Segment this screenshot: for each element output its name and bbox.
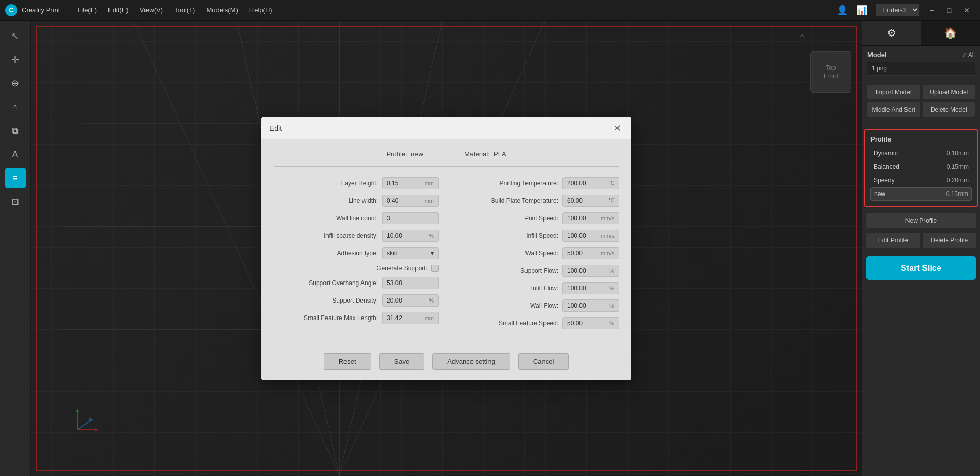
field-input-bed-temp[interactable]: 60.00 ℃ bbox=[562, 195, 619, 207]
field-input-line-width[interactable]: 0.40 mm bbox=[382, 195, 439, 207]
field-label-print-temp: Printing Temperature: bbox=[486, 180, 558, 187]
model-all-check: ✓ All bbox=[961, 51, 975, 59]
modal-close-button[interactable]: ✕ bbox=[611, 122, 623, 134]
model-section: Model ✓ All 1.png bbox=[862, 46, 980, 85]
field-input-support-density[interactable]: 20.00 % bbox=[382, 294, 439, 307]
model-section-header: Model ✓ All bbox=[867, 51, 975, 59]
profile-icon[interactable]: 👤 bbox=[837, 5, 848, 16]
toolbar-select[interactable]: ↖ bbox=[5, 26, 26, 46]
toolbar-text[interactable]: A bbox=[5, 144, 26, 165]
profile-section: Profile Dynamic 0.10mm Balanced 0.15mm S… bbox=[864, 129, 978, 207]
save-button[interactable]: Save bbox=[379, 353, 425, 370]
field-input-small-feature-max[interactable]: 31.42 mm bbox=[382, 312, 439, 324]
field-infill-density: Infill sparse density: 10.00 % bbox=[274, 230, 439, 242]
field-generate-support: Generate Support: bbox=[274, 265, 439, 272]
profile-label: Profile: new bbox=[386, 150, 423, 158]
toolbar-copy[interactable]: ⧉ bbox=[5, 120, 26, 141]
printer-selector[interactable]: Ender-3 bbox=[876, 4, 919, 16]
field-support-overhang: Support Overhang Angle: 53.00 ° bbox=[274, 277, 439, 289]
field-input-infill-speed[interactable]: 100.00 mm/s bbox=[562, 230, 619, 242]
field-label-generate-support: Generate Support: bbox=[355, 265, 427, 272]
window-controls: − □ ✕ bbox=[923, 3, 975, 17]
toolbar-home[interactable]: ⌂ bbox=[5, 97, 26, 117]
titlebar: C Creality Print File(F) Edit(E) View(V)… bbox=[0, 0, 980, 21]
tab-settings[interactable]: ⚙ bbox=[862, 21, 921, 45]
reset-button[interactable]: Reset bbox=[324, 353, 371, 370]
edit-profile-button[interactable]: Edit Profile bbox=[866, 233, 920, 248]
field-label-layer-height: Layer Height: bbox=[306, 180, 378, 187]
field-input-wall-flow[interactable]: 100.00 % bbox=[562, 299, 619, 312]
cancel-button[interactable]: Cancel bbox=[518, 353, 569, 370]
viewport-bg: Top Front ⌂ Edit ✕ bbox=[31, 21, 862, 476]
delete-profile-button[interactable]: Delete Profile bbox=[923, 233, 976, 248]
profile-edit-delete-buttons: Edit Profile Delete Profile bbox=[862, 233, 980, 252]
menu-edit[interactable]: Edit(E) bbox=[103, 4, 134, 16]
menu-file[interactable]: File(F) bbox=[72, 4, 102, 16]
menu-models[interactable]: Models(M) bbox=[201, 4, 243, 16]
field-label-support-density: Support Density: bbox=[306, 297, 378, 304]
profile-item-balanced[interactable]: Balanced 0.15mm bbox=[870, 161, 972, 173]
viewport: Top Front ⌂ Edit ✕ bbox=[31, 21, 862, 476]
field-infill-speed: Infill Speed: 100.00 mm/s bbox=[454, 230, 619, 242]
field-label-wall-line-count: Wall line count: bbox=[306, 215, 378, 222]
toolbar-zoom[interactable]: ⊕ bbox=[5, 73, 26, 94]
field-input-generate-support[interactable] bbox=[431, 265, 439, 272]
field-line-width: Line width: 0.40 mm bbox=[274, 195, 439, 207]
toolbar-move[interactable]: ✛ bbox=[5, 49, 26, 70]
field-input-small-feature-speed[interactable]: 50.00 % bbox=[562, 317, 619, 329]
maximize-button[interactable]: □ bbox=[941, 3, 957, 17]
field-label-wall-flow: Wall Flow: bbox=[486, 302, 558, 309]
menu-bar: File(F) Edit(E) View(V) Tool(T) Models(M… bbox=[72, 4, 277, 16]
modal-title: Edit bbox=[269, 124, 282, 132]
model-section-title: Model bbox=[867, 51, 887, 59]
modal-fields-right: Printing Temperature: 200.00 ℃ Build Pla… bbox=[454, 177, 619, 334]
menu-help[interactable]: Help(H) bbox=[244, 4, 278, 16]
advance-setting-button[interactable]: Advance setting bbox=[432, 353, 510, 370]
new-profile-button[interactable]: New Profile bbox=[866, 213, 976, 228]
field-small-feature-max: Small Feature Max Length: 31.42 mm bbox=[274, 312, 439, 324]
profile-item-dynamic[interactable]: Dynamic 0.10mm bbox=[870, 147, 972, 160]
printer-dropdown[interactable]: Ender-3 bbox=[876, 4, 919, 16]
field-input-adhesion-type[interactable]: skirt ▾ bbox=[382, 247, 439, 259]
field-adhesion-type: Adhesion type: skirt ▾ bbox=[274, 247, 439, 259]
field-label-infill-flow: Infill Flow: bbox=[486, 285, 558, 292]
field-wall-line-count: Wall line count: 3 bbox=[274, 212, 439, 224]
field-input-layer-height[interactable]: 0.15 mm bbox=[382, 177, 439, 189]
menu-tool[interactable]: Tool(T) bbox=[169, 4, 200, 16]
start-slice-button[interactable]: Start Slice bbox=[866, 256, 976, 280]
app-icon: C bbox=[5, 4, 17, 16]
modal-body: Profile: new Material: PLA bbox=[261, 140, 631, 345]
field-input-support-flow[interactable]: 100.00 % bbox=[562, 265, 619, 277]
modal-fields-left: Layer Height: 0.15 mm Line width: bbox=[274, 177, 439, 334]
field-input-wall-line-count[interactable]: 3 bbox=[382, 212, 439, 224]
delete-model-button[interactable]: Delete Model bbox=[923, 102, 975, 117]
tab-home[interactable]: 🏠 bbox=[921, 21, 981, 45]
field-label-line-width: Line width: bbox=[306, 197, 378, 204]
edit-modal: Edit ✕ Profile: new Material: PLA bbox=[261, 117, 631, 380]
bookmark-icon[interactable]: 📊 bbox=[856, 5, 867, 16]
field-input-support-overhang[interactable]: 53.00 ° bbox=[382, 277, 439, 289]
profile-item-speedy[interactable]: Speedy 0.20mm bbox=[870, 174, 972, 186]
left-toolbar: ↖ ✛ ⊕ ⌂ ⧉ A ≡ ⊡ bbox=[0, 21, 31, 476]
field-support-flow: Support Flow: 100.00 % bbox=[454, 265, 619, 277]
field-label-support-overhang: Support Overhang Angle: bbox=[306, 279, 378, 287]
modal-overlay: Edit ✕ Profile: new Material: PLA bbox=[31, 21, 862, 476]
field-input-wall-speed[interactable]: 50.00 mm/s bbox=[562, 247, 619, 259]
field-input-infill-flow[interactable]: 100.00 % bbox=[562, 282, 619, 294]
field-label-infill-density: Infill sparse density: bbox=[306, 232, 378, 239]
middle-and-sort-button[interactable]: Middle And Sort bbox=[867, 102, 920, 117]
field-input-infill-density[interactable]: 10.00 % bbox=[382, 230, 439, 242]
field-input-print-speed[interactable]: 100.00 mm/s bbox=[562, 212, 619, 224]
profile-item-new[interactable]: new 0.15mm bbox=[870, 187, 972, 201]
modal-header: Edit ✕ bbox=[261, 117, 631, 140]
upload-model-button[interactable]: Upload Model bbox=[923, 85, 975, 99]
minimize-button[interactable]: − bbox=[923, 3, 940, 17]
field-print-temp: Printing Temperature: 200.00 ℃ bbox=[454, 177, 619, 189]
menu-view[interactable]: View(V) bbox=[135, 4, 168, 16]
field-label-infill-speed: Infill Speed: bbox=[486, 232, 558, 239]
close-button[interactable]: ✕ bbox=[958, 3, 975, 17]
toolbar-crop[interactable]: ⊡ bbox=[5, 191, 26, 212]
import-model-button[interactable]: Import Model bbox=[867, 85, 920, 99]
toolbar-layer[interactable]: ≡ bbox=[5, 168, 26, 188]
field-input-print-temp[interactable]: 200.00 ℃ bbox=[562, 177, 619, 189]
